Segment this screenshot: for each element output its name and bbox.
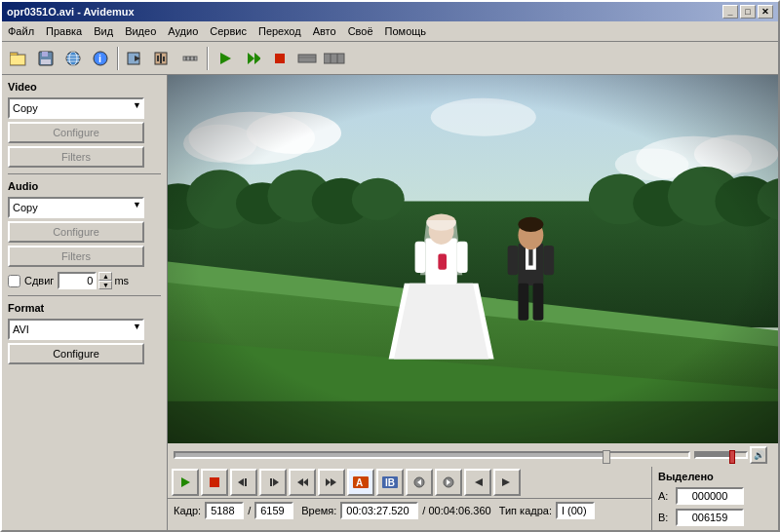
shift-input[interactable] — [58, 272, 97, 289]
menu-edit[interactable]: Правка — [40, 23, 88, 39]
maximize-button[interactable]: □ — [740, 5, 756, 19]
video-configure-button[interactable]: Configure — [8, 122, 144, 143]
svg-rect-29 — [324, 54, 344, 63]
divider-2 — [8, 295, 161, 296]
svg-rect-4 — [42, 52, 48, 57]
frame-current: 5188 — [205, 502, 244, 519]
svg-rect-78 — [245, 478, 247, 486]
volume-bar[interactable] — [694, 451, 748, 459]
nav-left-button[interactable] — [464, 469, 491, 496]
audio-filters-button[interactable]: Filters — [8, 246, 144, 267]
toolbar-new-video[interactable] — [123, 46, 148, 71]
toolbar-cut[interactable] — [177, 46, 203, 71]
menu-video[interactable]: Видео — [119, 23, 162, 39]
b-row: B: 006159 — [658, 509, 772, 526]
svg-rect-26 — [275, 54, 285, 63]
toolbar-play[interactable] — [213, 46, 238, 71]
audio-codec-select[interactable]: Copy — [8, 197, 144, 218]
volume-thumb[interactable] — [729, 450, 735, 464]
toolbar-save[interactable] — [33, 46, 58, 71]
transport-row: A IB — [168, 467, 651, 498]
svg-marker-75 — [181, 477, 190, 487]
bottom-area: 🔊 — [168, 443, 778, 530]
toolbar-web[interactable] — [60, 46, 86, 71]
close-button[interactable]: ✕ — [758, 5, 773, 19]
minimize-button[interactable]: _ — [722, 5, 738, 19]
audio-codec-wrapper: Copy — [8, 197, 144, 218]
window-title: opr0351O.avi - Avidemux — [7, 6, 135, 18]
audio-configure-button[interactable]: Configure — [8, 221, 144, 243]
frame-separator: / — [248, 505, 251, 516]
video-filters-button[interactable]: Filters — [8, 146, 144, 168]
menu-service[interactable]: Сервис — [204, 23, 253, 39]
menu-custom[interactable]: Своё — [342, 23, 379, 39]
frame-field: Кадр: 5188 / 6159 — [174, 502, 293, 519]
toolbar-playback2[interactable] — [322, 46, 347, 71]
video-codec-select[interactable]: Copy — [8, 97, 144, 119]
svg-rect-16 — [157, 56, 159, 61]
svg-marker-84 — [326, 478, 331, 486]
menu-auto[interactable]: Авто — [307, 23, 342, 39]
go-a-button[interactable] — [406, 469, 433, 496]
shift-checkbox[interactable] — [8, 275, 20, 287]
video-group: Video Copy Configure Filters — [8, 81, 161, 168]
time-field: Время: 00:03:27.520 / 00:04:06.360 — [301, 502, 491, 519]
frame-type-field: Тип кадра: I (00) — [499, 502, 595, 519]
svg-marker-23 — [220, 53, 231, 64]
shift-unit: ms — [114, 275, 129, 286]
format-select[interactable]: AVI — [8, 319, 144, 340]
video-codec-wrapper: Copy — [8, 97, 144, 119]
toolbar-new-audio[interactable] — [150, 46, 176, 71]
audio-group: Audio Copy Configure Filters Сдвиг ▲ — [8, 180, 161, 289]
svg-rect-27 — [298, 55, 316, 62]
fast-prev-button[interactable] — [289, 469, 316, 496]
video-label: Video — [8, 81, 161, 93]
toolbar-rewind[interactable] — [294, 46, 320, 71]
prev-keyframe-button[interactable] — [230, 469, 257, 496]
menu-view[interactable]: Вид — [88, 23, 119, 39]
menu-audio[interactable]: Аудио — [162, 23, 204, 39]
mark-b-button[interactable]: IB — [376, 469, 404, 496]
controls-status-area: A IB — [168, 467, 651, 530]
svg-rect-76 — [210, 477, 219, 487]
svg-text:A: A — [356, 477, 363, 488]
toolbar: i — [2, 42, 778, 75]
mark-a-button[interactable]: A — [347, 469, 374, 496]
stop-button[interactable] — [201, 469, 228, 496]
svg-marker-82 — [303, 478, 308, 486]
b-letter: B: — [658, 512, 672, 523]
next-keyframe-button[interactable] — [259, 469, 287, 496]
shift-up-button[interactable]: ▲ — [98, 272, 112, 281]
menu-file[interactable]: Файл — [2, 23, 40, 39]
toolbar-open[interactable] — [6, 46, 31, 71]
svg-rect-74 — [168, 401, 778, 443]
time-label: Время: — [301, 505, 336, 516]
go-b-button[interactable] — [435, 469, 462, 496]
a-row: A: 000000 — [658, 487, 772, 505]
frame-total: 6159 — [254, 502, 293, 519]
toolbar-stop[interactable] — [267, 46, 292, 71]
main-window: opr0351O.avi - Avidemux _ □ ✕ Файл Правк… — [0, 0, 780, 532]
shift-down-button[interactable]: ▼ — [98, 281, 112, 289]
svg-rect-1 — [10, 53, 18, 56]
toolbar-play-preview[interactable] — [240, 46, 265, 71]
selection-panel: Выделено A: 000000 B: 006159 — [651, 467, 778, 530]
shift-spin-buttons: ▲ ▼ — [98, 272, 112, 289]
a-value: 000000 — [676, 487, 744, 505]
svg-marker-25 — [254, 53, 260, 64]
menu-help[interactable]: Помощь — [379, 23, 433, 39]
volume-button[interactable]: 🔊 — [750, 446, 767, 464]
fast-next-button[interactable] — [318, 469, 345, 496]
play-button[interactable] — [172, 469, 199, 496]
shift-row: Сдвиг ▲ ▼ ms — [8, 272, 161, 289]
video-preview — [168, 75, 778, 443]
toolbar-info[interactable]: i — [88, 46, 113, 71]
format-group: Format AVI Configure — [8, 302, 161, 364]
nav-right-button[interactable] — [493, 469, 521, 496]
seek-bar[interactable] — [174, 451, 690, 459]
menu-goto[interactable]: Переход — [253, 23, 307, 39]
format-configure-button[interactable]: Configure — [8, 343, 144, 364]
shift-spinbox: ▲ ▼ ms — [58, 272, 129, 289]
time-total: / 00:04:06.360 — [422, 505, 490, 516]
video-scene — [168, 75, 778, 443]
